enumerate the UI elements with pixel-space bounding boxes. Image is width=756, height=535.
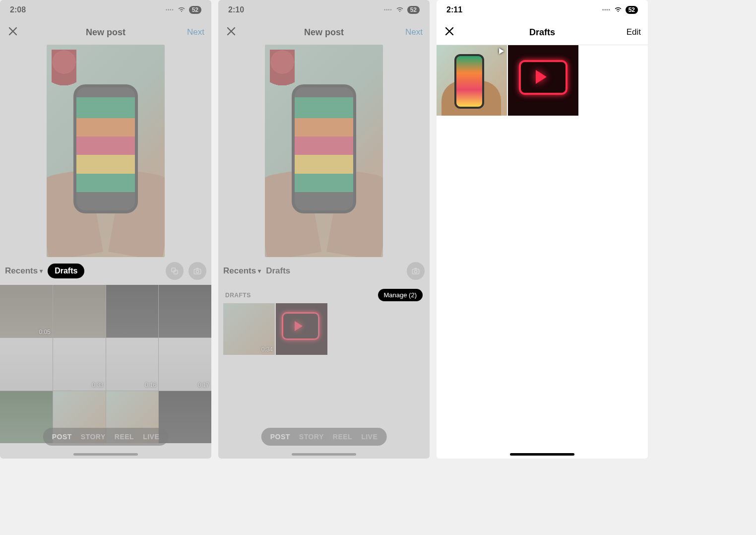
wifi-icon bbox=[177, 5, 186, 14]
camera-button[interactable] bbox=[407, 262, 425, 280]
screen-new-post-recents: 2:08 •••• 52 New post Next Recents▾ Draf… bbox=[0, 0, 211, 459]
status-time: 2:10 bbox=[228, 5, 244, 14]
battery-indicator: 52 bbox=[407, 6, 420, 14]
grid-item[interactable] bbox=[0, 338, 53, 391]
chevron-down-icon: ▾ bbox=[40, 268, 43, 274]
nav-bar: New post Next bbox=[0, 20, 211, 45]
mode-selector[interactable]: POST STORY REEL LIVE bbox=[43, 428, 169, 446]
grid-item[interactable] bbox=[53, 285, 106, 337]
manage-button[interactable]: Manage (2) bbox=[378, 289, 423, 301]
duration-label: 0:17 bbox=[198, 382, 209, 389]
duration-label: 0:34 bbox=[261, 346, 273, 353]
mode-post[interactable]: POST bbox=[52, 433, 72, 441]
battery-indicator: 52 bbox=[189, 6, 201, 14]
status-bar: 2:10 •••• 52 bbox=[218, 0, 430, 20]
wifi-icon bbox=[395, 5, 404, 14]
close-button[interactable] bbox=[7, 25, 19, 39]
duration-label: 0:16 bbox=[145, 382, 156, 389]
battery-indicator: 52 bbox=[626, 6, 638, 14]
mode-live[interactable]: LIVE bbox=[143, 433, 159, 441]
media-grid: 0:05 0:33 0:16 0:17 bbox=[0, 285, 211, 443]
screen-new-post-drafts: 2:10 •••• 52 New post Next Recents▾ Draf… bbox=[218, 0, 430, 459]
drafts-tab[interactable]: Drafts bbox=[266, 266, 290, 276]
svg-rect-2 bbox=[194, 269, 201, 274]
drafts-row: 0:34 bbox=[218, 303, 430, 355]
draft-item[interactable] bbox=[437, 45, 507, 116]
draft-item[interactable] bbox=[508, 45, 578, 116]
nav-title: New post bbox=[218, 27, 430, 38]
cellular-dots-icon: •••• bbox=[602, 7, 611, 12]
grid-item[interactable]: 0:17 bbox=[159, 338, 211, 391]
mode-reel[interactable]: REEL bbox=[333, 433, 352, 441]
mode-selector[interactable]: POST STORY REEL LIVE bbox=[261, 428, 387, 446]
grid-item[interactable]: 0:33 bbox=[53, 338, 106, 391]
duration-label: 0:33 bbox=[92, 382, 103, 389]
status-bar: 2:11 •••• 52 bbox=[437, 0, 648, 20]
media-preview[interactable] bbox=[47, 45, 165, 257]
screen-drafts-list: 2:11 •••• 52 Drafts Edit bbox=[437, 0, 648, 459]
camera-button[interactable] bbox=[189, 262, 206, 280]
mode-story[interactable]: STORY bbox=[299, 433, 324, 441]
source-selector-row: Recents▾ Drafts bbox=[0, 257, 211, 285]
next-button[interactable]: Next bbox=[405, 27, 423, 37]
duration-label: 0:05 bbox=[39, 329, 50, 335]
drafts-grid bbox=[437, 45, 648, 116]
chevron-down-icon: ▾ bbox=[258, 268, 261, 274]
grid-item[interactable] bbox=[159, 285, 211, 337]
multi-select-button[interactable] bbox=[166, 262, 184, 280]
cellular-dots-icon: •••• bbox=[166, 7, 174, 12]
mode-live[interactable]: LIVE bbox=[361, 433, 378, 441]
media-preview[interactable] bbox=[265, 45, 383, 257]
grid-item[interactable]: 0:05 bbox=[0, 285, 53, 337]
nav-bar: New post Next bbox=[218, 20, 430, 45]
wifi-icon bbox=[614, 5, 623, 14]
next-button[interactable]: Next bbox=[187, 27, 204, 37]
svg-point-5 bbox=[414, 270, 417, 273]
source-selector-row: Recents▾ Drafts bbox=[218, 257, 430, 285]
nav-title: New post bbox=[0, 27, 211, 38]
draft-item[interactable]: 0:34 bbox=[223, 303, 275, 355]
drafts-section-label: DRAFTS bbox=[225, 292, 251, 299]
mode-post[interactable]: POST bbox=[270, 433, 290, 441]
close-button[interactable] bbox=[225, 25, 237, 39]
status-bar: 2:08 •••• 52 bbox=[0, 0, 211, 20]
recents-dropdown[interactable]: Recents▾ bbox=[5, 266, 43, 276]
svg-point-3 bbox=[196, 270, 198, 273]
mode-story[interactable]: STORY bbox=[81, 433, 106, 441]
status-time: 2:08 bbox=[10, 5, 26, 14]
home-indicator[interactable] bbox=[292, 453, 356, 456]
close-button[interactable] bbox=[443, 25, 455, 39]
drafts-section-header: DRAFTS Manage (2) bbox=[218, 285, 430, 303]
mode-reel[interactable]: REEL bbox=[115, 433, 134, 441]
grid-item[interactable]: 0:16 bbox=[106, 338, 159, 391]
drafts-pill[interactable]: Drafts bbox=[48, 264, 84, 278]
svg-rect-4 bbox=[412, 269, 419, 274]
cellular-dots-icon: •••• bbox=[384, 7, 392, 12]
home-indicator[interactable] bbox=[510, 453, 574, 456]
nav-bar: Drafts Edit bbox=[437, 20, 648, 45]
draft-item[interactable] bbox=[276, 303, 327, 355]
recents-dropdown[interactable]: Recents▾ bbox=[223, 266, 261, 276]
home-indicator[interactable] bbox=[73, 453, 138, 456]
nav-title: Drafts bbox=[437, 27, 648, 38]
edit-button[interactable]: Edit bbox=[627, 27, 641, 37]
grid-item[interactable] bbox=[106, 285, 159, 337]
play-icon bbox=[499, 48, 504, 54]
status-time: 2:11 bbox=[446, 5, 462, 14]
